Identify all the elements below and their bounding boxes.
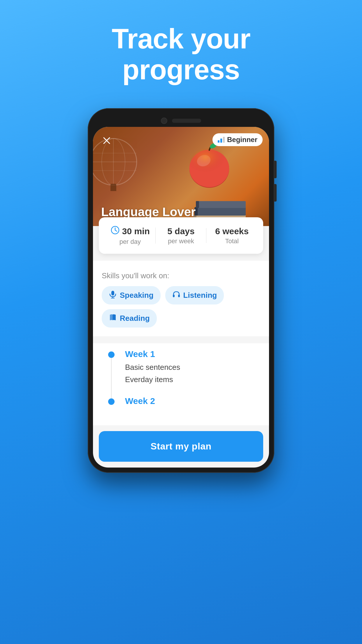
speaking-label: Speaking xyxy=(120,291,154,300)
timeline-week2: Week 2 xyxy=(110,396,260,406)
phone-frame: Beginner Language Lover xyxy=(88,108,274,473)
svg-rect-18 xyxy=(196,201,199,208)
phone-screen: Beginner Language Lover xyxy=(93,127,269,468)
close-icon xyxy=(103,136,111,145)
phone-notch xyxy=(93,113,269,127)
close-button[interactable] xyxy=(99,133,114,148)
phone-speaker xyxy=(172,119,201,123)
start-plan-button[interactable]: Start my plan xyxy=(99,431,263,462)
microphone-icon xyxy=(109,290,117,300)
svg-rect-17 xyxy=(196,201,246,208)
svg-rect-15 xyxy=(195,207,246,216)
title-line2: progress xyxy=(122,54,240,85)
time-label: per day xyxy=(105,238,156,246)
skill-chip-listening: Listening xyxy=(165,286,224,304)
skill-chip-speaking: Speaking xyxy=(102,286,161,304)
front-camera xyxy=(161,118,167,124)
stat-weeks: 6 weeks Total xyxy=(206,226,257,245)
skills-chips: Speaking Listening xyxy=(102,286,260,328)
book-icon xyxy=(109,313,117,323)
svg-rect-27 xyxy=(111,291,114,295)
phone-mockup: Beginner Language Lover xyxy=(88,108,274,473)
stats-bar: 30 min per day 5 days per week 6 weeks T… xyxy=(99,217,263,254)
reading-label: Reading xyxy=(120,314,150,323)
svg-point-11 xyxy=(189,148,229,178)
timeline-dot-2 xyxy=(108,398,115,405)
page-title: Track your progress xyxy=(112,23,250,85)
svg-rect-21 xyxy=(218,140,219,143)
timeline-dot-1 xyxy=(108,351,115,358)
timeline-week1: Week 1 Basic sentences Everday items xyxy=(110,349,260,386)
apple-decoration xyxy=(184,139,234,191)
skills-title: Skills you'll work on: xyxy=(102,271,260,280)
week2-label: Week 2 xyxy=(125,396,260,406)
svg-rect-31 xyxy=(178,295,180,297)
level-badge: Beginner xyxy=(212,133,263,146)
skills-section: Skills you'll work on: Speaking xyxy=(93,261,269,336)
volume-down-button xyxy=(274,184,277,202)
volume-up-button xyxy=(274,161,277,178)
level-icon xyxy=(218,137,225,143)
headphones-icon xyxy=(172,290,180,300)
days-label: per week xyxy=(156,237,207,245)
stat-days: 5 days per week xyxy=(156,226,207,245)
time-value: 30 min xyxy=(122,226,150,236)
svg-line-26 xyxy=(115,230,117,231)
weeks-value: 6 weeks xyxy=(215,226,249,236)
clock-icon xyxy=(110,225,120,237)
svg-rect-30 xyxy=(173,295,175,297)
week1-detail2: Everday items xyxy=(125,374,260,386)
stat-time: 30 min per day xyxy=(105,225,156,246)
title-line1: Track your xyxy=(112,23,250,54)
svg-rect-23 xyxy=(223,137,225,143)
course-title: Language Lover xyxy=(101,205,196,219)
week1-label: Week 1 xyxy=(125,349,260,359)
badge-label: Beginner xyxy=(227,136,257,144)
weeks-label: Total xyxy=(206,237,257,245)
svg-rect-22 xyxy=(220,139,222,143)
days-value: 5 days xyxy=(167,226,194,236)
skill-chip-reading: Reading xyxy=(102,309,157,328)
svg-rect-6 xyxy=(110,184,116,191)
week1-detail1: Basic sentences xyxy=(125,361,260,374)
listening-label: Listening xyxy=(183,291,217,300)
hero-image: Beginner Language Lover xyxy=(93,127,269,226)
timeline-section: Week 1 Basic sentences Everday items Wee… xyxy=(93,343,269,425)
